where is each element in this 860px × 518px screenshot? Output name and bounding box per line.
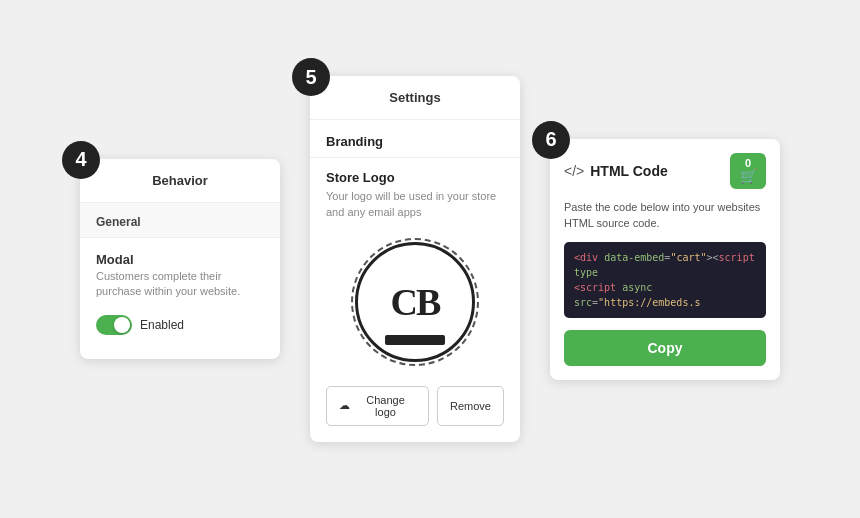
copy-button[interactable]: Copy	[564, 330, 766, 366]
code-icon: </>	[564, 163, 584, 179]
remove-logo-button[interactable]: Remove	[437, 386, 504, 426]
code-line-1: <div data-embed="cart"><script type	[574, 250, 756, 280]
step-5-container: 5 Settings Branding Store Logo Your logo…	[310, 76, 520, 442]
behavior-card-title: Behavior	[80, 159, 280, 203]
step-badge-5: 5	[292, 58, 330, 96]
store-logo-description: Your logo will be used in your store and…	[310, 189, 520, 228]
cart-icon: 🛒	[740, 169, 757, 183]
html-code-title: HTML Code	[590, 163, 668, 179]
modal-label: Modal	[80, 242, 280, 269]
step-badge-4: 4	[62, 141, 100, 179]
step-4-container: 4 Behavior General Modal Customers compl…	[80, 159, 280, 360]
modal-description: Customers complete their purchase within…	[80, 269, 280, 310]
settings-card-title: Settings	[310, 76, 520, 120]
behavior-card: Behavior General Modal Customers complet…	[80, 159, 280, 360]
settings-card: Settings Branding Store Logo Your logo w…	[310, 76, 520, 442]
enabled-toggle[interactable]	[96, 315, 132, 335]
branding-label: Branding	[310, 120, 520, 158]
cart-badge: 0 🛒	[730, 153, 766, 189]
logo-actions: ☁ Change logo Remove	[310, 378, 520, 442]
logo-circle: CB	[355, 242, 475, 362]
general-section-label: General	[80, 203, 280, 238]
toggle-label: Enabled	[140, 318, 184, 332]
upload-icon: ☁	[339, 399, 350, 412]
logo-preview: CB	[310, 228, 520, 378]
step-badge-6: 6	[532, 121, 570, 159]
store-logo-label: Store Logo	[310, 158, 520, 189]
logo-outer-ring: CB	[351, 238, 479, 366]
html-code-card: </> HTML Code 0 🛒 Paste the code below i…	[550, 139, 780, 380]
html-title-row: </> HTML Code	[564, 163, 668, 179]
logo-bottom-bar	[385, 335, 445, 345]
change-logo-button[interactable]: ☁ Change logo	[326, 386, 429, 426]
html-description: Paste the code below into your websites …	[550, 199, 780, 242]
step-6-container: 6 </> HTML Code 0 🛒 Paste the code below…	[550, 139, 780, 380]
logo-text: CB	[391, 280, 440, 324]
change-logo-label: Change logo	[355, 394, 416, 418]
html-header: </> HTML Code 0 🛒	[550, 139, 780, 199]
enabled-toggle-row: Enabled	[80, 309, 280, 339]
code-block: <div data-embed="cart"><script type <scr…	[564, 242, 766, 318]
code-line-2: <script async src="https://embeds.s	[574, 280, 756, 310]
